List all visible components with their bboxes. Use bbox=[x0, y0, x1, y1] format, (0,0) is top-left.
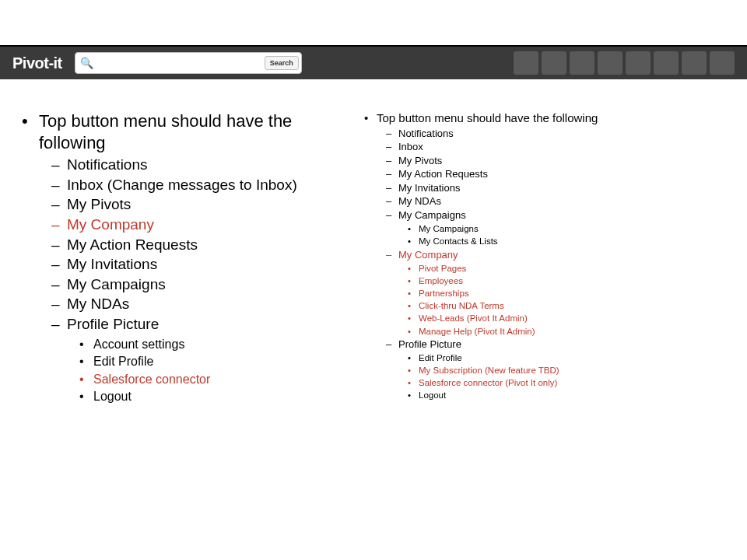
list-item-label: Edit Profile bbox=[93, 355, 153, 368]
list-item: Edit Profile bbox=[93, 353, 358, 370]
nav-tile[interactable] bbox=[654, 51, 679, 75]
list-item-label: Salesforce connector (Pivot It only) bbox=[419, 378, 557, 387]
list-item: Employees bbox=[419, 275, 731, 287]
brand-logo: Pivot-it bbox=[12, 54, 62, 72]
search-button[interactable]: Search bbox=[265, 56, 299, 70]
list-item: Profile PictureEdit ProfileMy Subscripti… bbox=[398, 338, 731, 402]
list-item-label: My Invitations bbox=[67, 256, 157, 272]
list-item-label: Profile Picture bbox=[398, 338, 461, 350]
slide-content: Top button menu should have the followin… bbox=[0, 79, 747, 421]
list-item: My Action Requests bbox=[398, 167, 731, 181]
list-item: Salesforce connector (Pivot It only) bbox=[419, 376, 731, 389]
list-item-label: My NDAs bbox=[398, 195, 441, 207]
left-title: Top button menu should have the followin… bbox=[39, 110, 358, 405]
list-item-label: Click-thru NDA Terms bbox=[419, 301, 504, 310]
list-item: Edit Profile bbox=[419, 352, 731, 364]
list-item: Web-Leads (Pivot It Admin) bbox=[419, 312, 731, 324]
list-item-label: My Action Requests bbox=[398, 168, 488, 180]
list-item-label: My Subscription (New feature TBD) bbox=[419, 366, 559, 375]
list-item: My Subscription (New feature TBD) bbox=[419, 364, 731, 376]
search-icon: 🔍 bbox=[75, 57, 98, 69]
search-box[interactable]: 🔍 Search bbox=[75, 52, 302, 74]
left-column: Top button menu should have the followin… bbox=[16, 110, 358, 405]
list-item-label: My Campaigns bbox=[67, 276, 166, 292]
right-title-text: Top button menu should have the followin… bbox=[377, 111, 598, 124]
list-item: My Campaigns bbox=[67, 275, 358, 295]
list-item-label: My Contacts & Lists bbox=[419, 236, 498, 246]
nav-tile[interactable] bbox=[626, 51, 651, 75]
nav-tile[interactable] bbox=[710, 51, 735, 75]
list-item-label: Inbox bbox=[398, 141, 423, 152]
list-item-label: Web-Leads (Pivot It Admin) bbox=[419, 313, 528, 323]
list-item: Logout bbox=[419, 389, 731, 401]
left-title-text: Top button menu should have the followin… bbox=[39, 111, 292, 152]
list-item-label: Pivot Pages bbox=[419, 264, 466, 273]
list-item-label: Notifications bbox=[67, 156, 148, 173]
list-item-label: My Company bbox=[398, 249, 458, 261]
list-item-label: My Invitations bbox=[398, 182, 460, 194]
list-item-label: Partnerships bbox=[419, 289, 469, 298]
right-column: Top button menu should have the followin… bbox=[358, 110, 731, 405]
list-item: My Company bbox=[67, 215, 358, 235]
list-item: Manage Help (Pivot It Admin) bbox=[419, 325, 731, 338]
list-item-label: Manage Help (Pivot It Admin) bbox=[419, 327, 535, 336]
list-item-label: Account settings bbox=[93, 338, 184, 351]
list-item: My Pivots bbox=[67, 194, 358, 215]
list-item: Profile PictureAccount settingsEdit Prof… bbox=[67, 314, 358, 405]
search-input[interactable] bbox=[98, 54, 265, 72]
list-item: Pivot Pages bbox=[419, 262, 731, 275]
list-item-label: My Company bbox=[67, 216, 154, 233]
list-item-label: Salesforce connector bbox=[93, 373, 210, 386]
list-item: Salesforce connector bbox=[93, 371, 358, 388]
list-item: Click-thru NDA Terms bbox=[419, 299, 731, 312]
list-item: My Action Requests bbox=[67, 235, 358, 255]
list-item: My Pivots bbox=[398, 154, 731, 168]
list-item: Account settings bbox=[93, 336, 358, 353]
list-item-label: Profile Picture bbox=[67, 316, 159, 332]
list-item: Notifications bbox=[398, 127, 731, 141]
list-item: Logout bbox=[93, 388, 358, 405]
list-item-label: Logout bbox=[419, 390, 446, 400]
list-item: My Campaigns bbox=[419, 222, 731, 235]
list-item-label: My Campaigns bbox=[398, 209, 466, 221]
list-item-label: My Action Requests bbox=[67, 236, 198, 253]
list-item-label: Logout bbox=[93, 390, 132, 403]
list-item: My Invitations bbox=[398, 181, 731, 195]
list-item: Inbox bbox=[398, 140, 731, 154]
nav-tile[interactable] bbox=[570, 51, 594, 75]
list-item: My CampaignsMy CampaignsMy Contacts & Li… bbox=[398, 208, 731, 248]
list-item-label: Employees bbox=[419, 276, 463, 285]
list-item-label: My Pivots bbox=[398, 155, 442, 166]
list-item-label: Notifications bbox=[398, 128, 454, 139]
list-item: My CompanyPivot PagesEmployeesPartnershi… bbox=[398, 248, 731, 338]
right-title: Top button menu should have the followin… bbox=[377, 110, 731, 402]
list-item-label: Inbox (Change messages to Inbox) bbox=[67, 177, 297, 193]
nav-tile[interactable] bbox=[542, 51, 566, 75]
nav-tile[interactable] bbox=[598, 51, 622, 75]
list-item: My NDAs bbox=[67, 294, 358, 314]
list-item: My NDAs bbox=[398, 194, 731, 208]
list-item: Notifications bbox=[67, 155, 358, 175]
list-item: My Invitations bbox=[67, 254, 358, 275]
list-item: Partnerships bbox=[419, 287, 731, 299]
list-item-label: My NDAs bbox=[67, 296, 129, 312]
list-item-label: My Campaigns bbox=[419, 224, 479, 233]
nav-tile[interactable] bbox=[514, 51, 538, 75]
top-blank-space bbox=[0, 0, 747, 45]
list-item-label: My Pivots bbox=[67, 196, 131, 212]
nav-tile[interactable] bbox=[682, 51, 707, 75]
list-item: Inbox (Change messages to Inbox) bbox=[67, 175, 358, 195]
nav-tiles bbox=[514, 51, 735, 75]
navbar: Pivot-it 🔍 Search bbox=[0, 45, 747, 79]
list-item-label: Edit Profile bbox=[419, 353, 462, 362]
list-item: My Contacts & Lists bbox=[419, 235, 731, 247]
